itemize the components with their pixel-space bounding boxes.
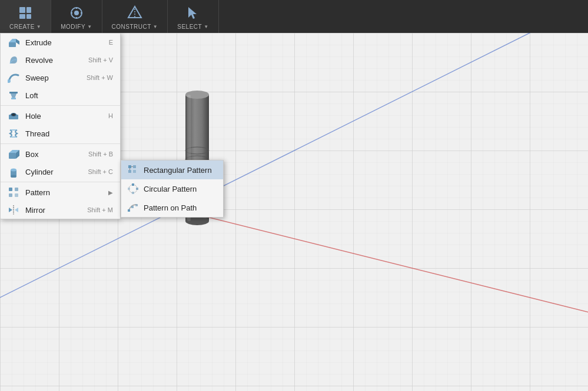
rect-pattern-label: Rectangular Pattern <box>144 166 217 175</box>
menu-item-revolve[interactable]: Revolve Shift + V <box>1 51 120 69</box>
svg-rect-35 <box>9 153 16 159</box>
menu-item-box[interactable]: Box Shift + B <box>1 145 120 163</box>
menu-separator-2 <box>1 143 120 144</box>
svg-rect-1 <box>19 14 25 19</box>
svg-rect-60 <box>131 206 134 208</box>
svg-marker-47 <box>15 208 18 212</box>
create-icon <box>16 4 35 22</box>
path-pattern-label: Pattern on Path <box>144 203 217 212</box>
svg-rect-57 <box>132 192 134 194</box>
box-shortcut: Shift + B <box>88 151 113 158</box>
svg-rect-48 <box>128 165 131 168</box>
svg-rect-29 <box>9 92 18 93</box>
svg-rect-42 <box>15 188 18 191</box>
mirror-shortcut: Shift + M <box>87 206 113 213</box>
loft-icon <box>8 89 19 101</box>
menu-item-loft[interactable]: Loft <box>1 86 120 104</box>
extrude-label: Extrude <box>25 38 103 47</box>
select-icon <box>184 4 202 22</box>
construct-label: CONSTRUCT ▼ <box>112 24 158 30</box>
menu-item-sweep[interactable]: Sweep Shift + W <box>1 69 120 86</box>
pattern-icon <box>8 186 19 198</box>
mirror-icon <box>8 204 19 216</box>
create-menu: Extrude E Revolve Shift + V Sweep Shift … <box>0 33 121 219</box>
svg-point-39 <box>11 169 16 172</box>
svg-rect-55 <box>132 183 134 186</box>
extrude-icon <box>8 36 19 48</box>
modify-dropdown-arrow: ▼ <box>87 24 92 29</box>
loft-label: Loft <box>25 91 107 100</box>
svg-rect-28 <box>11 98 16 99</box>
pattern-label: Pattern <box>25 188 102 197</box>
submenu-item-circ-pattern[interactable]: Circular Pattern <box>121 179 223 198</box>
sweep-icon <box>8 72 19 83</box>
svg-point-32 <box>12 113 15 116</box>
menu-separator-3 <box>1 182 120 182</box>
revolve-label: Revolve <box>25 56 82 65</box>
pattern-submenu: Rectangular Pattern Circular Pattern Pat… <box>121 160 224 218</box>
svg-rect-23 <box>9 42 16 47</box>
revolve-icon <box>8 54 19 66</box>
svg-point-5 <box>74 11 79 15</box>
svg-rect-50 <box>128 170 131 173</box>
svg-rect-44 <box>15 193 18 197</box>
hole-label: Hole <box>25 112 102 121</box>
select-dropdown-arrow: ▼ <box>204 24 208 29</box>
box-label: Box <box>25 150 82 159</box>
circ-pattern-label: Circular Pattern <box>144 185 217 193</box>
toolbar-btn-select[interactable]: SELECT ▼ <box>168 0 218 33</box>
svg-rect-43 <box>9 193 12 197</box>
menu-item-mirror[interactable]: Mirror Shift + M <box>1 201 120 219</box>
mirror-label: Mirror <box>25 206 81 215</box>
menu-separator-1 <box>1 105 120 106</box>
submenu-item-path-pattern[interactable]: Pattern on Path <box>121 198 223 217</box>
svg-marker-24 <box>9 39 16 42</box>
sweep-shortcut: Shift + W <box>87 74 113 81</box>
svg-point-54 <box>129 185 137 193</box>
svg-rect-2 <box>26 7 31 13</box>
modify-icon <box>67 4 86 22</box>
revolve-shortcut: Shift + V <box>88 56 113 64</box>
svg-rect-41 <box>9 188 12 191</box>
box-icon <box>8 148 19 160</box>
construct-icon <box>125 4 144 22</box>
cylinder-shortcut: Shift + C <box>88 168 114 175</box>
hole-shortcut: H <box>108 112 113 119</box>
svg-rect-58 <box>128 188 130 190</box>
menu-item-thread[interactable]: Thread <box>1 125 120 142</box>
toolbar: CREATE ▼ MODIFY ▼ CONS <box>0 0 588 33</box>
thread-label: Thread <box>25 129 107 138</box>
rect-pattern-icon <box>127 164 139 176</box>
path-pattern-icon <box>127 202 139 213</box>
pattern-arrow: ▶ <box>108 189 113 196</box>
construct-dropdown-arrow: ▼ <box>153 24 158 29</box>
svg-marker-46 <box>9 208 12 212</box>
menu-item-cylinder[interactable]: Cylinder Shift + C <box>1 163 120 181</box>
thread-icon <box>8 128 19 139</box>
extrude-shortcut: E <box>109 39 113 46</box>
svg-rect-49 <box>133 165 136 168</box>
cylinder-label: Cylinder <box>25 168 82 176</box>
svg-rect-59 <box>128 209 130 212</box>
toolbar-btn-construct[interactable]: CONSTRUCT ▼ <box>102 0 168 33</box>
submenu-item-rect-pattern[interactable]: Rectangular Pattern <box>121 161 223 179</box>
svg-rect-0 <box>19 7 25 13</box>
select-label: SELECT ▼ <box>177 24 208 30</box>
svg-rect-56 <box>136 188 138 190</box>
svg-rect-3 <box>26 14 31 19</box>
menu-item-extrude[interactable]: Extrude E <box>1 34 120 51</box>
modify-label: MODIFY ▼ <box>61 24 92 30</box>
toolbar-btn-modify[interactable]: MODIFY ▼ <box>51 0 102 33</box>
hole-icon <box>8 110 19 122</box>
menu-item-pattern[interactable]: Pattern ▶ <box>1 183 120 201</box>
toolbar-btn-create[interactable]: CREATE ▼ <box>0 0 51 33</box>
circ-pattern-icon <box>127 183 139 195</box>
svg-marker-25 <box>16 39 19 45</box>
svg-rect-61 <box>135 204 138 206</box>
sweep-label: Sweep <box>25 73 81 82</box>
menu-item-hole[interactable]: Hole H <box>1 107 120 125</box>
cylinder-icon <box>8 166 19 178</box>
create-label: CREATE ▼ <box>9 24 41 30</box>
create-dropdown-arrow: ▼ <box>36 24 41 29</box>
svg-rect-51 <box>133 170 136 173</box>
